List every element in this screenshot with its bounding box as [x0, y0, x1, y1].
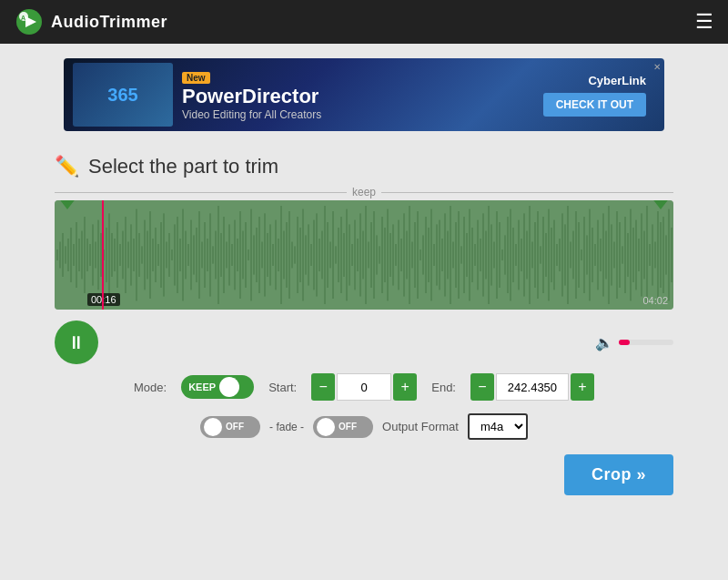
start-plus-button[interactable]: +: [393, 373, 417, 401]
ad-right: CyberLink CHECK IT OUT: [543, 74, 646, 117]
section-title-text: Select the part to trim: [88, 155, 278, 178]
keep-label: keep: [352, 186, 376, 198]
fade-in-knob: [204, 418, 222, 436]
svg-text:A: A: [21, 15, 25, 21]
fade-out-knob: [317, 418, 335, 436]
end-minus-button[interactable]: −: [470, 373, 494, 401]
volume-area: 🔈: [595, 334, 673, 351]
header: A AudioTrimmer ☰: [0, 0, 728, 44]
hamburger-icon[interactable]: ☰: [695, 10, 713, 34]
ad-product-name: PowerDirector: [182, 86, 321, 107]
controls-row: ⏸ 🔈: [55, 321, 673, 364]
ad-subtitle: Video Editing for All Creators: [182, 108, 321, 121]
mode-toggle[interactable]: KEEP: [181, 375, 254, 399]
play-pause-button[interactable]: ⏸: [55, 321, 98, 364]
params-row: Mode: KEEP Start: − + End: − +: [55, 373, 673, 401]
trim-handle-right[interactable]: [648, 200, 673, 209]
logo-text: AudioTrimmer: [51, 13, 167, 32]
ad-banner: New PowerDirector Video Editing for All …: [64, 58, 664, 131]
end-label: End:: [431, 381, 456, 394]
time-end: 04:02: [642, 295, 668, 306]
mode-toggle-text: KEEP: [188, 382, 216, 392]
start-minus-button[interactable]: −: [311, 373, 335, 401]
ad-cta-button[interactable]: CHECK IT OUT: [543, 93, 646, 117]
output-format-label: Output Format: [382, 420, 459, 433]
fade-out-toggle[interactable]: OFF: [313, 416, 373, 438]
keep-label-line: keep: [55, 186, 673, 198]
end-plus-button[interactable]: +: [571, 373, 594, 401]
volume-bar[interactable]: [619, 340, 673, 345]
ad-text: New PowerDirector Video Editing for All …: [182, 68, 321, 120]
fade-out-text: OFF: [339, 422, 357, 432]
ad-close-icon[interactable]: ✕: [653, 62, 661, 72]
crop-button-row: Crop »: [55, 454, 673, 495]
playhead[interactable]: [102, 200, 104, 310]
waveform-container[interactable]: 00:16 04:02: [55, 200, 673, 310]
main-content: ✏️ Select the part to trim keep: [0, 146, 728, 514]
fade-in-toggle[interactable]: OFF: [200, 416, 260, 438]
volume-fill: [619, 340, 630, 345]
logo-icon: A: [15, 7, 44, 36]
fade-in-text: OFF: [226, 422, 244, 432]
trim-handle-left[interactable]: [55, 200, 80, 209]
ad-new-badge: New: [182, 72, 210, 84]
cyberlink-brand: CyberLink: [588, 74, 646, 87]
end-value-input[interactable]: [496, 373, 569, 401]
logo: A AudioTrimmer: [15, 7, 167, 36]
fade-label: - fade -: [269, 421, 304, 433]
ad-left: New PowerDirector Video Editing for All …: [73, 63, 321, 127]
mode-toggle-knob: [219, 377, 239, 397]
crop-button[interactable]: Crop »: [564, 454, 673, 495]
start-input-group: − +: [311, 373, 417, 401]
mode-label: Mode:: [134, 381, 167, 394]
start-value-input[interactable]: [337, 373, 391, 401]
ad-image: [73, 63, 173, 127]
volume-icon: 🔈: [595, 334, 613, 351]
output-format-select[interactable]: mp3 m4a ogg wav flac: [468, 413, 528, 440]
edit-icon: ✏️: [55, 155, 79, 178]
start-label: Start:: [268, 381, 297, 394]
section-title-row: ✏️ Select the part to trim: [55, 155, 673, 178]
fade-row: OFF - fade - OFF Output Format mp3 m4a o…: [55, 413, 673, 440]
end-input-group: − +: [470, 373, 594, 401]
waveform-bg: [55, 200, 673, 310]
